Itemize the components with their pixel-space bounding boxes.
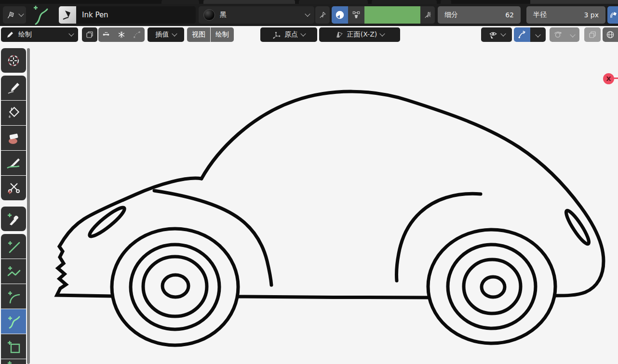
mode-label: 绘制 — [18, 30, 66, 39]
tool-curve[interactable] — [1, 309, 26, 334]
chevron-down-icon — [500, 31, 506, 36]
workspace-tab[interactable] — [161, 0, 199, 4]
subdivision-value: 62 — [505, 11, 514, 19]
show-gizmo-toggle[interactable] — [584, 27, 601, 42]
stroke-placement-dropdown[interactable]: 原点 — [260, 27, 317, 42]
snap-combo — [514, 27, 546, 42]
origin-axes-icon — [272, 30, 281, 39]
subdivision-slider[interactable]: 细分 62 — [438, 6, 521, 24]
overlay-shading-group — [603, 27, 618, 42]
axis-gizmo-line — [614, 78, 618, 79]
placement-label: 原点 — [284, 30, 298, 39]
weight-data-toggle[interactable] — [98, 27, 114, 42]
gizmo-squares-icon — [588, 30, 597, 39]
radius-label: 半径 — [533, 11, 547, 19]
workspace-tab[interactable] — [299, 0, 368, 4]
snap-toggle[interactable] — [514, 27, 530, 42]
eyedropper-icon — [6, 211, 21, 227]
dashed-curve-icon — [133, 30, 141, 39]
plane-icon — [335, 30, 344, 39]
pin-icon — [318, 11, 327, 19]
radius-slider[interactable]: 半径 3 px — [526, 6, 605, 24]
chevron-down-icon — [68, 31, 74, 36]
material-mode-toggle[interactable] — [332, 6, 348, 24]
blender-grease-pencil-screen: X — [0, 0, 618, 364]
material-dropdown[interactable]: 黑 — [199, 6, 314, 24]
material-name: 黑 — [220, 11, 302, 19]
chevron-down-icon — [570, 32, 575, 37]
panel-collapse-arrow-icon[interactable] — [427, 12, 430, 17]
circle-tool-plus-icon — [6, 359, 21, 364]
node-brush-icon — [351, 10, 361, 20]
brush-widget: Ink Pen — [59, 6, 196, 24]
chevron-down-icon — [300, 31, 306, 36]
interpolate-dropdown[interactable]: 插值 — [148, 27, 184, 42]
line-icon — [6, 239, 21, 254]
polyline-icon — [6, 264, 21, 279]
subdivision-label: 细分 — [444, 11, 458, 19]
mode-dropdown[interactable]: 绘制 — [1, 27, 78, 42]
freeze-toggle[interactable] — [114, 27, 129, 42]
drawing-plane-dropdown[interactable]: 正面(X-Z) — [319, 27, 400, 42]
tool-line[interactable] — [1, 234, 26, 259]
scissors-icon — [6, 181, 21, 196]
workspace-tab[interactable] — [372, 0, 437, 4]
vertex-color-mode-toggle[interactable] — [348, 6, 364, 24]
tool-draw[interactable] — [1, 76, 26, 100]
ink-drawing[interactable] — [0, 0, 618, 364]
view-label: 视图 — [192, 30, 205, 39]
chevron-down-icon — [535, 32, 540, 37]
stroke-stabilizer-button[interactable] — [607, 6, 618, 24]
axis-gizmo-x-ball[interactable]: X — [603, 73, 614, 84]
snap-options-dropdown[interactable] — [530, 27, 546, 42]
dumbbell-icon — [102, 30, 110, 39]
vertex-color-swatch[interactable] — [364, 6, 420, 24]
globe-icon — [605, 30, 615, 39]
workspace-tab-active[interactable] — [203, 0, 295, 4]
radius-value: 3 px — [584, 11, 599, 19]
tool-cursor[interactable] — [1, 48, 26, 73]
proportional-edit-dropdown-disabled[interactable] — [566, 27, 579, 42]
draw-label: 绘制 — [215, 30, 229, 39]
active-tool-curve-icon — [28, 5, 53, 26]
toolbar-scrollbar[interactable] — [27, 48, 30, 364]
tool-circle[interactable] — [1, 359, 26, 364]
pencil-icon — [6, 30, 14, 39]
tool-cutter[interactable] — [1, 176, 26, 200]
tool-tint[interactable] — [1, 151, 26, 175]
multiframe-toggle[interactable] — [82, 27, 97, 42]
tool-polyline[interactable] — [1, 259, 26, 284]
eraser-icon — [6, 130, 21, 146]
chevron-down-icon — [172, 31, 177, 36]
stroke-edit-toggle-disabled[interactable] — [129, 27, 145, 42]
editor-corner — [530, 0, 618, 4]
tool-box[interactable] — [1, 334, 26, 359]
chevron-down-icon — [380, 31, 385, 36]
vertex-color-group — [332, 6, 435, 24]
brush-name-field[interactable]: Ink Pen — [76, 6, 196, 24]
snap-curve-icon — [517, 30, 527, 39]
brush-name: Ink Pen — [82, 11, 108, 19]
guides-dropdown[interactable] — [481, 27, 512, 42]
proportional-edit-toggle-disabled[interactable] — [550, 27, 566, 42]
workspace-tabs-strip[interactable] — [0, 0, 618, 4]
tool-selector-button[interactable] — [3, 6, 26, 24]
workspace-tab-add[interactable] — [441, 0, 451, 4]
brush-thumbnail-icon[interactable] — [59, 6, 76, 24]
tool-arc[interactable] — [1, 284, 26, 309]
tool-fill[interactable] — [1, 101, 26, 125]
tool-erase[interactable] — [1, 126, 26, 150]
placement-view-button[interactable]: 视图 — [187, 27, 210, 42]
tool-eyedropper[interactable] — [1, 207, 26, 231]
pen-icon — [6, 80, 21, 96]
paint-bucket-icon — [6, 105, 21, 121]
half-sphere-icon — [335, 10, 345, 20]
cursor-crosshair-icon — [6, 53, 21, 68]
snowflake-icon — [117, 30, 126, 39]
placement-draw-button[interactable]: 绘制 — [211, 27, 234, 42]
drawing-plane-label: 正面(X-Z) — [347, 30, 377, 39]
draw-option-toggles — [82, 27, 145, 42]
curve-icon — [6, 314, 21, 329]
show-overlays-toggle[interactable] — [603, 27, 618, 42]
material-pin-button[interactable] — [315, 6, 330, 24]
